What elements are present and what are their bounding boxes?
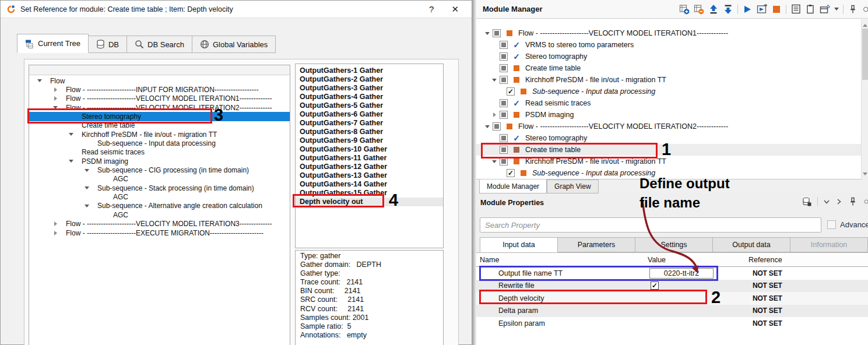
tab-db[interactable]: DB: [89, 36, 127, 53]
move-down-icon[interactable]: [723, 4, 733, 15]
flow-tree-row[interactable]: Kirchhoff PreSDM - file in/out - migrati…: [29, 130, 290, 139]
gather-list-item[interactable]: Depth velocity out: [296, 198, 443, 206]
gather-list-item[interactable]: OutputGathers-5 Gather: [296, 101, 443, 110]
gather-list-item[interactable]: OutputGathers-4 Gather: [296, 92, 443, 101]
module-checkbox-partial[interactable]: [500, 111, 508, 119]
module-checkbox-partial[interactable]: [493, 122, 501, 131]
flow-tree-row[interactable]: Flow - ---------------------VELOCITY MOD…: [29, 94, 290, 103]
property-tab-settings[interactable]: Settings: [635, 237, 713, 252]
module-checkbox-partial[interactable]: [500, 99, 508, 107]
module-checkbox-partial[interactable]: [500, 146, 508, 154]
module-checkbox-partial[interactable]: [500, 157, 508, 166]
module-tree-row[interactable]: ✓Read seismic traces: [476, 97, 861, 109]
scrollbar-thumb[interactable]: [862, 29, 868, 80]
pin-icon[interactable]: [848, 196, 858, 207]
expander-open-icon[interactable]: [490, 76, 498, 84]
flow-tree-row[interactable]: Flow: [29, 76, 290, 85]
module-tree-row[interactable]: Kirchhoff PreSDM - file in/out - migrati…: [476, 74, 861, 86]
clipboard-icon[interactable]: [805, 4, 816, 15]
property-tab-input-data[interactable]: Input data: [480, 237, 558, 252]
expander-open-icon[interactable]: [483, 30, 491, 37]
remove-module-icon[interactable]: [694, 4, 704, 15]
close-button[interactable]: ✕: [451, 5, 459, 13]
gather-list-item[interactable]: OutputGathers-12 Gather: [296, 163, 443, 171]
gather-list-item[interactable]: OutputGathers-3 Gather: [296, 83, 443, 92]
expander-closed-icon[interactable]: [51, 96, 60, 101]
gather-list-item[interactable]: OutputGathers-6 Gather: [296, 110, 443, 118]
expander-open-icon[interactable]: [35, 77, 44, 85]
property-row[interactable]: Rewrite file✓NOT SET: [476, 280, 868, 293]
log-icon[interactable]: [790, 4, 801, 15]
module-tree-row[interactable]: Flow - --------------------VELOCITY MODE…: [476, 121, 861, 132]
add-module-icon[interactable]: [679, 4, 690, 15]
flow-tree-row[interactable]: Flow - ---------------------VELOCITY MOD…: [29, 103, 290, 112]
flow-tree-row[interactable]: AGC: [29, 210, 290, 219]
tab-graph-view[interactable]: Graph View: [547, 179, 598, 193]
gather-list-item[interactable]: OutputGathers-15 Gather: [296, 189, 443, 198]
module-checkbox-partial[interactable]: [500, 76, 508, 84]
module-checkbox-partial[interactable]: [500, 41, 508, 49]
tab-db-search[interactable]: DB Search: [127, 36, 192, 53]
clipped-toolbar-icon[interactable]: [862, 4, 868, 15]
help-button[interactable]: ?: [429, 5, 434, 13]
flow-tree-row[interactable]: AGC: [29, 192, 290, 201]
move-up-icon[interactable]: [708, 4, 719, 15]
scroll-down-arrow-icon[interactable]: [863, 172, 867, 178]
module-checkbox-checked[interactable]: ✓: [507, 169, 515, 177]
expander-open-icon[interactable]: [483, 123, 491, 131]
module-checkbox-partial[interactable]: [493, 29, 501, 37]
chevron-right-icon[interactable]: [835, 198, 842, 205]
advanced-checkbox[interactable]: [827, 220, 836, 229]
new-window-dropdown-caret[interactable]: [834, 8, 839, 13]
module-tree-row[interactable]: Create time table: [476, 62, 861, 74]
scroll-up-arrow-icon[interactable]: [863, 22, 867, 27]
stop-icon[interactable]: [771, 4, 782, 15]
module-checkbox-partial[interactable]: [500, 64, 508, 72]
expander-closed-icon[interactable]: [51, 87, 60, 92]
gather-list-item[interactable]: OutputGathers-10 Gather: [296, 145, 443, 153]
tab-global-variables[interactable]: Global Variables: [192, 36, 276, 53]
expander-closed-icon[interactable]: [490, 112, 498, 117]
property-tab-information[interactable]: Information: [790, 237, 868, 252]
module-checkbox-partial[interactable]: [500, 52, 508, 61]
expander-open-icon[interactable]: [82, 167, 92, 174]
gather-list-item[interactable]: OutputGathers-8 Gather: [296, 127, 443, 136]
expander-open-icon[interactable]: [82, 202, 92, 210]
property-row[interactable]: Depth velocityNOT SET: [476, 292, 868, 305]
gather-list-item[interactable]: OutputGathers-9 Gather: [296, 136, 443, 145]
flow-tree-row[interactable]: Create time table: [29, 121, 290, 130]
property-row[interactable]: Delta paramNOT SET: [476, 305, 868, 318]
property-value-checkbox[interactable]: ✓: [651, 281, 659, 290]
flow-tree-row[interactable]: Sub-sequence - Input data processing: [29, 139, 290, 147]
flow-tree-row[interactable]: Flow - ---------------------EXECUTE MIGR…: [29, 228, 290, 237]
expander-open-icon[interactable]: [66, 131, 76, 138]
flow-tree-row[interactable]: Sub-sequence - Stack processing (in time…: [29, 184, 290, 192]
flow-tree-row[interactable]: Sub-sequence - CIG processing (in time d…: [29, 166, 290, 174]
clipped-icon[interactable]: [863, 196, 868, 207]
pin-icon[interactable]: [848, 4, 858, 15]
tab-current-tree[interactable]: Current Tree: [17, 34, 89, 53]
module-tree-row[interactable]: ✓Stereo tomography: [476, 51, 861, 62]
expander-open-icon[interactable]: [51, 104, 60, 111]
flow-tree-row[interactable]: AGC: [29, 175, 290, 184]
flow-tree-row[interactable]: Flow - ---------------------INPUT FOR MI…: [29, 85, 290, 94]
module-tree-row[interactable]: ✓Sub-sequence - Input data processing: [476, 86, 861, 97]
tree-vertical-scrollbar[interactable]: [861, 19, 868, 180]
flow-tree-row[interactable]: Stereo tomography: [29, 112, 290, 121]
new-window-icon[interactable]: [820, 4, 830, 15]
gather-list-item[interactable]: OutputGathers-2 Gather: [296, 75, 443, 83]
module-checkbox-checked[interactable]: ✓: [507, 87, 515, 96]
expander-closed-icon[interactable]: [51, 231, 60, 235]
module-tree-row[interactable]: Flow - --------------------VELOCITY MODE…: [476, 27, 861, 39]
run-icon[interactable]: [742, 4, 753, 15]
search-property-input[interactable]: Search Property: [480, 217, 821, 233]
property-tab-output-data[interactable]: Output data: [713, 237, 790, 252]
gather-list-item[interactable]: OutputGathers-13 Gather: [296, 171, 443, 180]
module-checkbox-partial[interactable]: [500, 134, 508, 142]
expander-closed-icon[interactable]: [51, 221, 60, 226]
module-tree-row[interactable]: ✓VRMS to stereo tomo parameters: [476, 39, 861, 51]
gather-list-item[interactable]: OutputGathers-14 Gather: [296, 180, 443, 189]
flow-tree-row[interactable]: Sub-sequence - Alternative angle creatio…: [29, 202, 290, 210]
tab-module-manager[interactable]: Module Manager: [479, 179, 547, 193]
flow-tree-row[interactable]: Read seismic traces: [29, 148, 290, 157]
